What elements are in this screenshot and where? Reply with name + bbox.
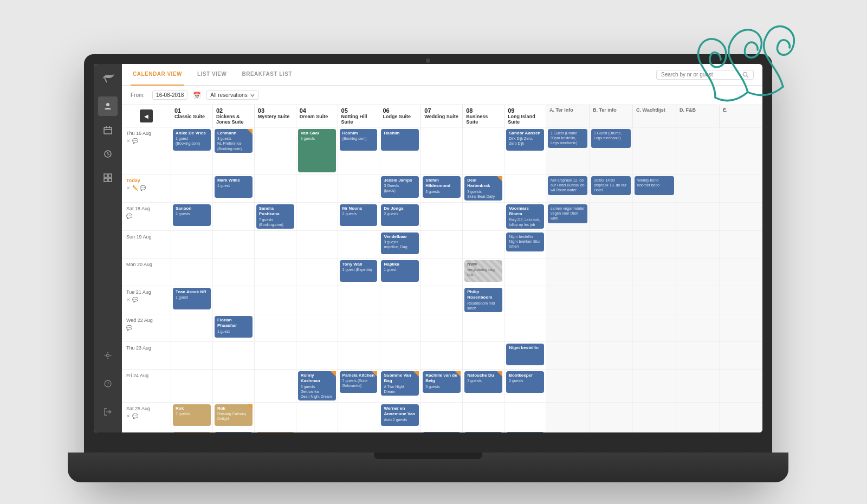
booking-card[interactable]: Sandra Pushkana 7 guests (Booking.com) <box>256 204 294 229</box>
svg-rect-6 <box>104 174 107 177</box>
booking-card[interactable]: Naplika 1 guest <box>381 260 419 282</box>
cell-today-09 <box>504 175 546 202</box>
booking-card[interactable]: Pamela Kitchen 7 guests (Suite Gelovanka… <box>340 371 378 393</box>
booking-card[interactable]: Ronny Kashman 3 guests Gelovanka Dean Ni… <box>298 371 336 400</box>
booking-card[interactable]: Lehmann 3 guests NL Preference (Booking.… <box>215 129 253 153</box>
booking-card[interactable]: Natouche Du 3 guests <box>464 371 502 393</box>
booking-card[interactable]: De Jonga 2 guests <box>381 204 419 226</box>
booking-card[interactable]: Rachille van de Beig 3 guests <box>423 371 461 393</box>
prev-button[interactable]: ◀ <box>140 109 153 122</box>
extra-cell-a-sat18: samen vegan winter vegen voor Dien wille <box>546 203 589 230</box>
cell-sat18-09: Voormars Bloem Roly D2, Lelu bob, lollop… <box>504 203 546 230</box>
cell-today-05 <box>338 175 379 202</box>
table-row: Mon 20 Aug Tony Wall 1 guest (Expedia) <box>122 259 762 286</box>
booking-card[interactable]: Philip Rosenboom Rosenboom mid lunch <box>464 288 502 312</box>
booking-card[interactable]: Werner en Annemone Van Auto 2 guests <box>381 404 419 426</box>
date-input[interactable]: 16-08-2018 <box>152 91 187 100</box>
sidebar-item-settings[interactable] <box>98 346 118 365</box>
laptop-screen: ? <box>94 64 762 432</box>
cell-today-08: Deal Hartenbrak 3 guests Skins Beat Dail… <box>462 175 504 202</box>
booking-card[interactable]: Mark Friesen 1 guest <box>423 432 461 432</box>
booking-card[interactable]: Sanoon 2 guests <box>173 204 211 226</box>
extra-cell-e-sat18 <box>719 203 762 230</box>
extra-cell-d-fri24 <box>676 370 719 402</box>
tab-breakfast-list[interactable]: BREAKFAST LIST <box>240 64 294 86</box>
tab-list-view[interactable]: LIST VIEW <box>195 64 229 86</box>
table-row: Sat 25 Aug ✕ 💬 Rok 7 guests <box>122 403 762 430</box>
cell-sun26-05 <box>338 430 379 432</box>
cell-fri24-07: Rachille van de Beig 3 guests <box>420 370 462 402</box>
booking-card[interactable]: Mark Friesen 1 guest <box>464 432 502 432</box>
filter-dropdown[interactable]: All reservations <box>206 91 258 100</box>
cell-mon20-06: Naplika 1 guest <box>379 259 420 286</box>
booking-card[interactable]: Nigm bestellin <box>506 344 544 365</box>
booking-card[interactable]: Suomme Van Bag A Two Night Dream <box>381 371 419 396</box>
cell-tue21-07 <box>420 286 462 314</box>
cell-mon20-01 <box>171 259 212 286</box>
booking-card[interactable]: Tony Wall 1 guest (Expedia) <box>340 260 378 282</box>
laptop-base <box>68 453 788 482</box>
booking-card[interactable]: Wendy bond boomer bebo <box>635 176 674 195</box>
booking-card[interactable]: Sandor Aansen Dirk Dijk Zero, Zero Dijk <box>506 129 544 151</box>
cell-thu16-08 <box>462 127 504 174</box>
cell-thu23-09: Nigm bestellin <box>504 342 546 369</box>
booking-card[interactable]: Anike De Vries 1 guest (Booking.com) <box>173 129 211 151</box>
tab-calendar-view[interactable]: CALENDAR VIEW <box>131 64 184 86</box>
extra-col-header-b: B. Ter info <box>589 105 632 127</box>
cell-thu23-01 <box>171 342 212 369</box>
day-label-mon20: Mon 20 Aug <box>122 259 171 286</box>
booking-card[interactable]: Deal Hartenbrak 3 guests Skins Beat Dail… <box>464 176 502 201</box>
scene: ? <box>0 0 867 504</box>
booking-card[interactable]: Nigm bestellin <box>506 432 544 432</box>
booking-card[interactable]: Nigm bestellin Nigm brekken littur rotte… <box>506 232 544 251</box>
calendar-picker-icon[interactable]: 📅 <box>193 92 201 99</box>
booking-card[interactable]: Jessie Jamps 3 Guests (ipads) <box>381 176 419 198</box>
extra-cell-b-mon20 <box>589 259 632 286</box>
sidebar-item-calendar[interactable] <box>98 120 118 140</box>
booking-card[interactable]: 1 Guest (Brume 90pm bestellin, Legs mech… <box>548 129 587 148</box>
extra-cell-e-tue21 <box>719 286 762 314</box>
booking-card[interactable]: Bootkeeper 2 guests <box>506 371 544 393</box>
sidebar-item-person[interactable] <box>98 96 118 116</box>
booking-card[interactable]: NVM vergadering dag ons <box>464 260 502 282</box>
booking-card[interactable]: 1 Guest (Brume, Legs mechanic) <box>591 129 631 148</box>
cell-thu16-04: Van Gaal 3 guests <box>296 127 338 174</box>
booking-card[interactable]: Florian Phuashar 1 guest <box>215 316 253 338</box>
table-row: Thu 23 Aug <box>122 342 762 370</box>
booking-card[interactable]: 10:00/ 14:00 afspraak 18, do our Hotel <box>591 176 631 195</box>
extra-cell-b-sun19 <box>589 231 632 258</box>
day-label-sun26: Sun 26 Aug <box>122 430 171 432</box>
extra-cell-b-thu23 <box>589 342 632 369</box>
booking-card[interactable]: Van Gaal 3 guests <box>298 129 336 172</box>
booking-card[interactable]: samen vegan winter vegen voor Dien wille <box>548 204 587 223</box>
filter-label: All reservations <box>210 92 247 98</box>
main-content: CALENDAR VIEW LIST VIEW BREAKFAST LIST <box>122 64 762 432</box>
calendar-scroll[interactable]: ◀ 01 Classic Suite 02 Dickens & Jones Su… <box>122 105 762 432</box>
booking-card[interactable]: Simone paoline 2 guests (Booking.com) <box>173 432 211 432</box>
extra-cell-d-wed22 <box>676 314 719 341</box>
booking-card[interactable]: Mr Noons 2 guests <box>340 204 378 226</box>
booking-card[interactable]: NM afspraak 12, do our Hotel Bureau do w… <box>548 176 587 195</box>
webcam <box>426 59 430 63</box>
booking-card[interactable]: Simone paoline 3 guests (Belle Bat 5<+) <box>256 432 294 432</box>
cell-tue21-03 <box>254 286 296 314</box>
booking-card[interactable]: Stefan Hildesmond 3 guests <box>423 176 461 198</box>
sidebar-item-clock[interactable] <box>98 144 118 164</box>
booking-card[interactable]: Tean Arook NR 1 guest <box>173 288 211 309</box>
booking-card[interactable]: Rok Dinsdag Culinary Delight <box>215 404 253 426</box>
sidebar-item-grid[interactable] <box>98 168 118 188</box>
booking-card[interactable]: Voormars Bloem Roly D2, Lelu bob, lollop… <box>506 204 544 229</box>
cell-sat18-07 <box>420 203 462 230</box>
booking-card[interactable]: Vendelbaar 3 guests napellun, Dag <box>381 232 419 254</box>
booking-card[interactable]: Paul Rousseau 1 guest <box>215 432 253 432</box>
sidebar-item-help[interactable]: ? <box>98 374 118 393</box>
booking-card[interactable]: Hashim (Booking.com) <box>340 129 378 151</box>
sidebar-item-logout[interactable] <box>98 402 118 422</box>
booking-card[interactable]: Hashim <box>381 129 419 151</box>
cell-mon20-07 <box>420 259 462 286</box>
toolbar: From: 16-08-2018 📅 All reservations <box>122 86 762 105</box>
booking-card[interactable]: Mark Willis 1 guest <box>215 176 253 198</box>
cell-thu16-05: Hashim (Booking.com) <box>338 127 379 174</box>
booking-card[interactable]: Rok 7 guests <box>173 404 211 426</box>
cell-thu23-04 <box>296 342 338 369</box>
